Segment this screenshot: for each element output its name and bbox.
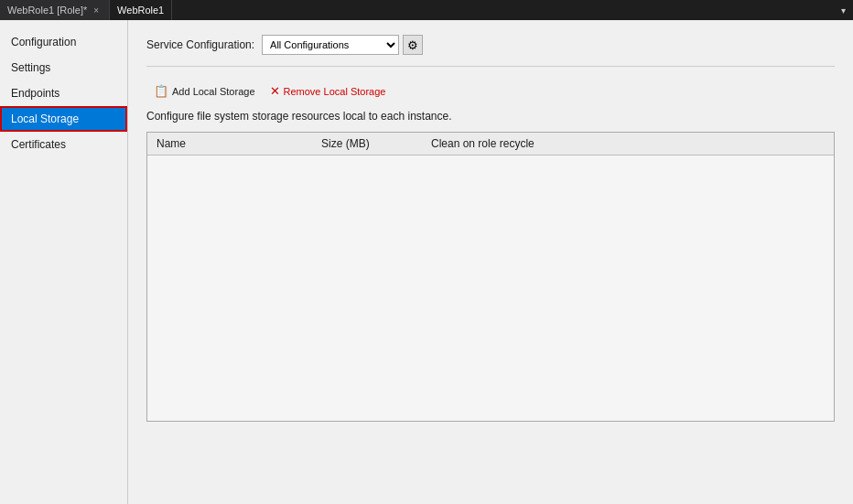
- add-local-storage-button[interactable]: 📋 Add Local Storage: [146, 81, 263, 101]
- storage-table-wrapper: Name Size (MB) Clean on role recycle: [146, 132, 835, 422]
- sidebar-item-settings-label: Settings: [11, 61, 50, 74]
- sidebar: Configuration Settings Endpoints Local S…: [0, 20, 128, 504]
- service-config-select[interactable]: All Configurations Cloud Local: [262, 35, 399, 55]
- sidebar-item-settings[interactable]: Settings: [0, 55, 127, 80]
- toolbar: 📋 Add Local Storage ✕ Remove Local Stora…: [146, 81, 835, 101]
- tab-webrole1-role[interactable]: WebRole1 [Role]* ×: [0, 0, 110, 20]
- tab-webrole1[interactable]: WebRole1: [110, 0, 172, 20]
- add-local-storage-label: Add Local Storage: [172, 86, 255, 97]
- tab-webrole1-label: WebRole1: [117, 5, 164, 16]
- sidebar-item-endpoints-label: Endpoints: [11, 87, 59, 100]
- service-config-label: Service Configuration:: [146, 38, 254, 51]
- col-header-clean: Clean on role recycle: [422, 133, 834, 155]
- table-body: [147, 155, 834, 421]
- add-storage-icon: 📋: [154, 84, 168, 98]
- content-panel: Service Configuration: All Configuration…: [128, 20, 853, 504]
- remove-local-storage-label: Remove Local Storage: [284, 86, 386, 97]
- table-header-row: Name Size (MB) Clean on role recycle: [147, 133, 834, 155]
- tabs-dropdown-icon[interactable]: ▾: [837, 4, 849, 17]
- col-header-size: Size (MB): [312, 133, 422, 155]
- sidebar-item-certificates-label: Certificates: [11, 138, 66, 151]
- col-header-name: Name: [147, 133, 312, 155]
- close-tab-webrole1-role[interactable]: ×: [91, 5, 102, 16]
- tab-webrole1-role-label: WebRole1 [Role]*: [7, 5, 87, 16]
- sidebar-item-local-storage-label: Local Storage: [11, 113, 79, 125]
- description-text: Configure file system storage resources …: [146, 110, 835, 123]
- sidebar-item-local-storage[interactable]: Local Storage: [0, 106, 127, 132]
- remove-local-storage-button[interactable]: ✕ Remove Local Storage: [263, 81, 394, 101]
- service-config-btn[interactable]: ⚙: [403, 35, 423, 55]
- main-content: Configuration Settings Endpoints Local S…: [0, 20, 853, 504]
- sidebar-item-certificates[interactable]: Certificates: [0, 132, 127, 157]
- sidebar-item-configuration-label: Configuration: [11, 36, 76, 48]
- title-bar: WebRole1 [Role]* × WebRole1 ▾: [0, 0, 853, 20]
- remove-storage-icon: ✕: [270, 84, 280, 98]
- sidebar-item-endpoints[interactable]: Endpoints: [0, 80, 127, 106]
- config-gear-icon: ⚙: [407, 38, 418, 52]
- service-config-row: Service Configuration: All Configuration…: [146, 35, 835, 67]
- sidebar-item-configuration[interactable]: Configuration: [0, 29, 127, 55]
